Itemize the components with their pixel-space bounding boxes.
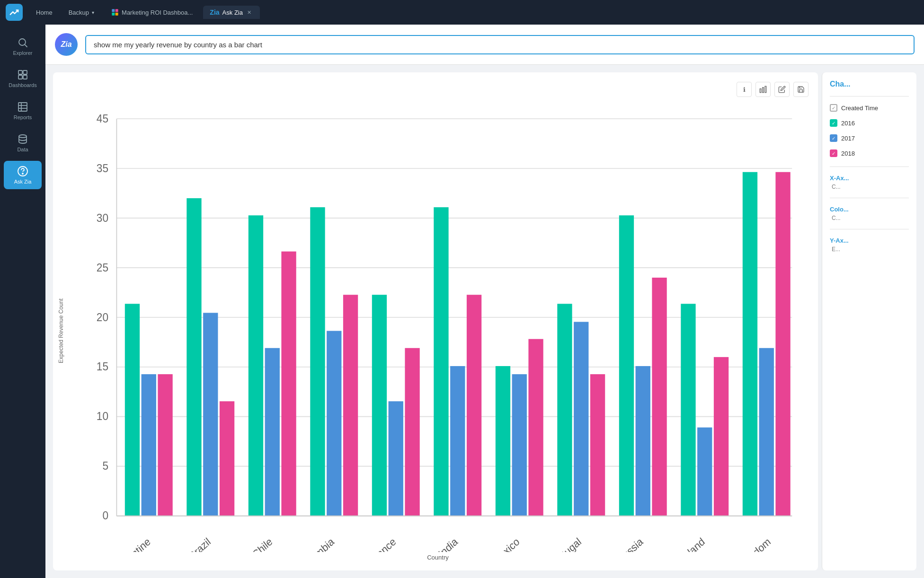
close-tab-button[interactable]: ✕ [246,9,253,16]
x-axis-sub: C... [832,184,909,190]
sidebar-item-reports[interactable]: Reports [4,96,42,125]
topbar: Home Backup ▾ Marketing ROI Dashboa... Z… [0,0,924,25]
svg-rect-44 [265,348,280,516]
chart-toolbar: ℹ [58,82,808,97]
svg-text:India: India [436,535,461,552]
svg-rect-39 [158,374,172,516]
svg-text:France: France [367,535,398,552]
svg-text:5: 5 [102,459,108,472]
svg-text:35: 35 [97,162,108,175]
color-section: Colo... C... [830,206,909,221]
legend-2016-label: 2016 [841,120,855,127]
svg-text:Colombia: Colombia [297,535,337,552]
y-axis-section: Y-Ax... E... [830,237,909,253]
home-tab[interactable]: Home [30,6,58,19]
chart-type-button[interactable] [755,82,771,97]
svg-rect-6 [23,70,27,74]
sidebar-item-data[interactable]: Data [4,129,42,157]
legend-2018-checkbox[interactable]: ✓ [830,149,837,157]
svg-rect-40 [187,198,201,516]
svg-rect-65 [697,428,712,516]
panel-divider-1 [830,96,909,96]
svg-text:25: 25 [97,261,108,274]
svg-rect-57 [528,339,543,516]
svg-text:United Kingdom: United Kingdom [712,535,773,552]
y-axis-sub: E... [832,246,909,253]
sidebar-item-ask-zia[interactable]: Ask Zia [4,161,42,189]
svg-rect-66 [714,357,729,516]
svg-text:20: 20 [97,311,108,324]
legend-2017: ✓ 2017 [830,134,909,142]
svg-rect-38 [142,374,156,516]
main-layout: Explorer Dashboards Reports [0,25,924,578]
svg-text:Argentine: Argentine [113,535,153,552]
svg-rect-46 [310,207,325,516]
app-logo[interactable] [6,4,23,21]
zia-logo: Zia [55,33,78,56]
ask-zia-tab[interactable]: Zia Ask Zia ✕ [203,6,260,19]
chart-icon [111,9,119,16]
svg-point-13 [19,135,27,138]
sidebar-item-explorer[interactable]: Explorer [4,32,42,61]
marketing-tab[interactable]: Marketing ROI Dashboa... [105,6,199,19]
svg-rect-53 [450,366,465,516]
svg-rect-69 [775,172,790,516]
svg-text:Russia: Russia [615,535,646,552]
panel-divider-2 [830,166,909,167]
sidebar-item-dashboards[interactable]: Dashboards [4,64,42,93]
svg-rect-62 [636,366,650,516]
svg-rect-15 [760,89,761,93]
panel-divider-3 [830,198,909,198]
legend-2018: ✓ 2018 [830,149,909,157]
color-section-title: Colo... [830,206,909,213]
legend-2016-checkbox[interactable]: ✓ [830,119,837,127]
svg-rect-7 [18,75,22,79]
svg-text:0: 0 [102,509,108,522]
svg-rect-42 [220,401,234,516]
svg-rect-17 [765,86,766,92]
svg-rect-1 [116,9,118,12]
x-axis-label: Country [67,554,808,561]
svg-rect-3 [116,13,118,16]
svg-rect-52 [434,207,448,516]
right-panel: Cha... ✓ Created Time ✓ 2016 [822,72,916,570]
info-button[interactable]: ℹ [737,82,752,97]
backup-tab[interactable]: Backup ▾ [62,6,101,19]
svg-rect-48 [343,295,358,516]
svg-rect-45 [281,252,296,516]
panel-title: Cha... [830,80,909,88]
legend-2016: ✓ 2016 [830,119,909,127]
svg-rect-47 [327,331,341,516]
svg-rect-5 [18,70,22,74]
created-time-checkbox[interactable]: ✓ [830,104,837,112]
svg-rect-63 [652,278,666,516]
sidebar: Explorer Dashboards Reports [0,25,45,578]
svg-rect-59 [574,322,588,516]
svg-rect-61 [619,215,634,516]
svg-rect-64 [681,304,695,516]
created-time-item[interactable]: ✓ Created Time [830,104,909,112]
legend-2017-checkbox[interactable]: ✓ [830,134,837,142]
svg-text:Switzerland: Switzerland [661,535,707,552]
svg-rect-8 [23,75,27,79]
y-axis-label: Expected Revenue Count [58,101,67,561]
svg-rect-16 [763,88,764,93]
svg-rect-37 [125,304,140,516]
svg-rect-0 [112,9,115,12]
svg-rect-41 [203,313,218,516]
legend-2017-label: 2017 [841,135,855,142]
svg-rect-58 [557,304,572,516]
y-axis-section-title: Y-Ax... [830,237,909,244]
edit-button[interactable] [774,82,790,97]
legend-2018-label: 2018 [841,150,855,157]
svg-rect-60 [590,374,605,516]
x-axis-section-title: X-Ax... [830,175,909,182]
save-button[interactable] [793,82,808,97]
chart-area: Expected Revenue Count [58,101,808,561]
svg-text:30: 30 [97,211,108,224]
svg-text:Chile: Chile [250,535,275,552]
chart-svg: 0 5 10 15 20 25 30 35 45 [67,101,808,552]
zia-search-input[interactable]: show me my yearly revenue by country as … [85,35,915,54]
zia-tab-icon: Zia [210,9,219,16]
svg-rect-2 [112,13,115,16]
